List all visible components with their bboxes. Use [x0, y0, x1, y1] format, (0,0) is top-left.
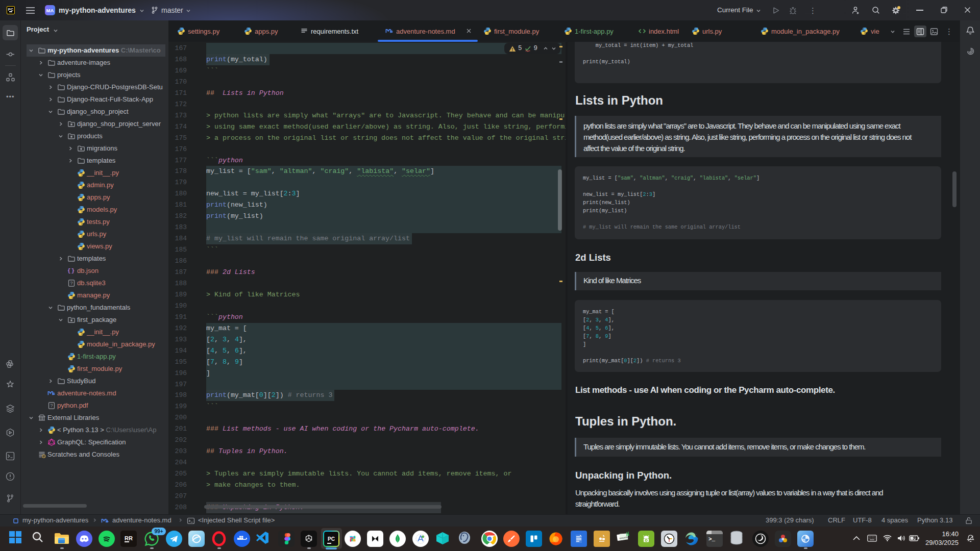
svg-text:?: ? [50, 403, 53, 408]
svg-text:?: ? [70, 281, 72, 286]
